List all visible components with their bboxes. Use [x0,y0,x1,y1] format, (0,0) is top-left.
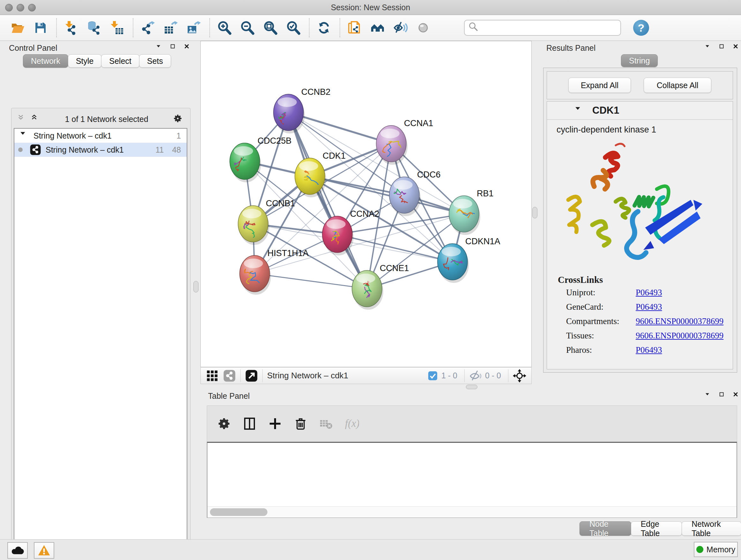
tab-string[interactable]: String [621,54,658,67]
network-node-CDC25B[interactable]: CDC25B [230,136,292,182]
cloud-icon [11,544,24,557]
network-row-selected[interactable]: String Network – cdk1 11 48 [14,143,187,157]
splitter-right-handle[interactable] [532,207,537,219]
control-tab-sets[interactable]: Sets [139,54,171,68]
node-label: RB1 [477,189,494,198]
import-database-button[interactable] [85,18,104,37]
warnings-button[interactable] [34,542,54,559]
plus-button[interactable] [266,415,284,433]
window-close-button[interactable] [5,4,13,11]
search-input[interactable] [464,20,621,36]
collection-label: String Network – cdk1 [33,131,177,140]
fit-selected-crosshair-icon[interactable] [513,369,526,382]
network-node-RB1[interactable]: RB1 [449,189,494,235]
selected-checkbox-icon[interactable] [427,370,438,381]
crosslink-link[interactable]: 9606.ENSP00000378699 [636,316,724,326]
export-image-button[interactable] [185,18,203,37]
zoom-out-button[interactable] [238,18,257,37]
network-node-CCNA1[interactable]: CCNA1 [376,118,433,165]
network-node-CCNB1[interactable]: CCNB1 [238,199,295,245]
network-node-CDC6[interactable]: CDC6 [389,170,441,216]
expand-all-icon[interactable] [30,113,41,125]
import-table-button[interactable] [108,18,126,37]
splitter-left-handle[interactable] [193,281,199,293]
section-collapse-icon[interactable] [575,105,584,116]
column-header-namespace[interactable]: namespace [687,442,737,457]
table-del-button[interactable] [317,415,335,433]
crosslink-link[interactable]: P06493 [636,302,662,312]
birdseye-view-icon[interactable] [245,369,258,382]
control-panel-title: Control Panel [9,44,57,53]
trash-button[interactable] [291,415,310,433]
table-row[interactable]: CDK1CDK1P064939606.ENSP00000378699cyclin… [207,457,737,470]
panel-dropdown-icon[interactable] [704,44,714,54]
collection-collapse-icon[interactable] [19,130,29,141]
hide-panels-button[interactable] [391,18,410,37]
zoom-in-button[interactable] [215,18,233,37]
window-zoom-button[interactable] [28,4,36,11]
protein-section: CDK1 cyclin-dependent kinase 1 [547,101,733,369]
window-minimize-button[interactable] [17,4,24,11]
refresh-button[interactable] [315,18,333,37]
column-header-shared-name[interactable]: shared name [207,442,296,457]
crosslink-link[interactable]: P06493 [636,345,662,355]
columns-button[interactable] [240,415,259,433]
network-graph[interactable]: CCNB2CCNA1CDC25BCDK1CDC6RB1CCNB1CCNA2CDK… [201,41,531,367]
export-network-button[interactable] [138,18,157,37]
splitter-bottom-handle[interactable] [466,385,477,389]
panel-dropdown-icon[interactable] [156,44,165,54]
show-eye-button[interactable] [414,18,433,37]
network-node-CCNB2[interactable]: CCNB2 [273,87,331,133]
string-share-icon[interactable] [223,369,236,382]
crosslink-link[interactable]: P06493 [636,288,662,298]
panel-float-icon[interactable] [719,391,728,401]
help-button[interactable]: ? [633,20,649,36]
export-table-button[interactable] [161,18,180,37]
birdseye-button[interactable] [368,18,387,37]
panel-float-icon[interactable] [170,44,179,54]
panel-close-icon[interactable] [733,391,741,401]
column-header-canonical-name[interactable]: canonical name [348,442,445,457]
panel-close-icon[interactable] [733,44,741,54]
column-header-name[interactable]: name [296,442,348,457]
control-tab-select[interactable]: Select [101,54,139,68]
column-header-database-identifier[interactable]: database identifier [445,442,551,457]
expand-all-button[interactable]: Expand All [568,78,631,93]
network-options-gear-icon[interactable] [172,113,183,125]
zoom-selected-button[interactable] [284,18,302,37]
control-tab-style[interactable]: Style [68,54,102,68]
network-status-dot [18,147,23,152]
network-node-CCNE1[interactable]: CCNE1 [352,263,409,310]
network-node-HIST1H1A[interactable]: HIST1H1A [240,248,309,295]
column-header--id[interactable]: @id [631,442,687,457]
hidden-eye-icon[interactable] [469,369,482,382]
tab-network-table[interactable]: Network Table [682,521,741,536]
panel-float-icon[interactable] [719,44,728,54]
column-header-description[interactable]: description [551,442,631,457]
tab-edge-table[interactable]: Edge Table [631,521,682,536]
protein-section-header[interactable]: CDK1 [547,102,733,120]
tab-node-table[interactable]: Node Table [580,521,631,536]
table-hscrollbar[interactable] [207,506,737,517]
zoom-fit-button[interactable] [261,18,280,37]
open-session-button[interactable] [8,18,27,37]
memory-button[interactable]: Memory [694,542,738,557]
hscroll-thumb[interactable] [210,508,267,516]
network-node-CDKN1A[interactable]: CDKN1A [437,237,500,283]
panel-close-icon[interactable] [184,44,193,54]
crosslink-label: GeneCard: [566,302,636,312]
gear-button[interactable] [215,415,233,433]
network-collection-row[interactable]: String Network – cdk1 1 [14,129,187,143]
panel-dropdown-icon[interactable] [704,391,714,401]
collapse-all-button[interactable]: Collapse All [644,78,711,93]
import-network-button[interactable] [62,18,80,37]
save-session-button[interactable] [31,18,50,37]
control-tab-network[interactable]: Network [23,54,68,68]
crosslink-link[interactable]: 9606.ENSP00000378699 [636,331,724,341]
collapse-all-icon[interactable] [17,113,27,125]
clone-network-button[interactable] [345,18,364,37]
fx-button[interactable]: f(x) [342,415,361,433]
cloud-button[interactable] [7,542,28,559]
grid-view-icon[interactable] [206,369,219,382]
network-canvas[interactable]: CCNB2CCNA1CDC25BCDK1CDC6RB1CCNB1CCNA2CDK… [200,41,532,367]
